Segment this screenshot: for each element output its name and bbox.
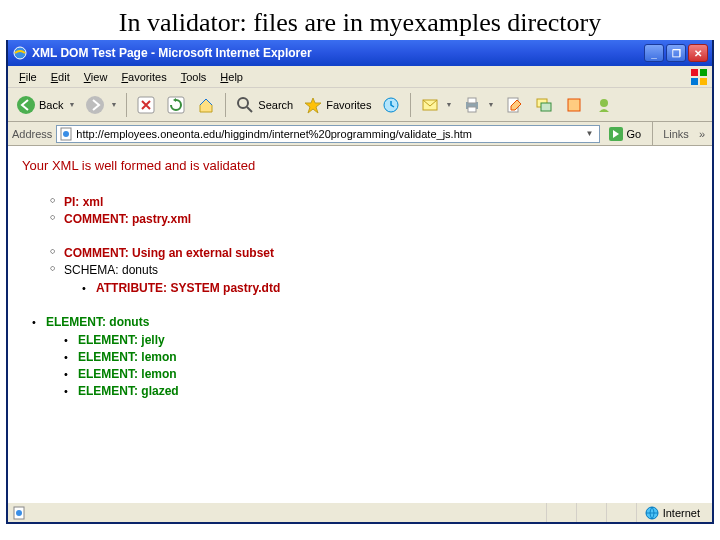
zone-label: Internet <box>663 507 700 519</box>
edit-button[interactable] <box>500 92 528 118</box>
messenger-button[interactable] <box>590 92 618 118</box>
list-item: PI: xml <box>50 195 698 209</box>
svg-rect-2 <box>700 69 707 76</box>
status-cell <box>606 503 636 522</box>
list-item: COMMENT: pastry.xml <box>50 212 698 226</box>
list-item: ELEMENT: lemon <box>64 350 698 364</box>
svg-rect-1 <box>691 69 698 76</box>
separator <box>410 93 411 117</box>
mail-button[interactable]: ▼ <box>416 92 456 118</box>
address-bar: Address ▼ Go Links » <box>8 122 712 146</box>
menu-tools[interactable]: Tools <box>174 69 214 85</box>
favorites-button[interactable]: Favorites <box>299 92 375 118</box>
search-label: Search <box>258 99 293 111</box>
security-zone: Internet <box>636 503 708 522</box>
windows-logo-icon <box>690 68 708 86</box>
list-item: ATTRIBUTE: SYSTEM pastry.dtd <box>82 281 698 295</box>
svg-point-20 <box>600 99 608 107</box>
svg-point-25 <box>16 510 22 516</box>
history-button[interactable] <box>377 92 405 118</box>
discuss-button[interactable] <box>530 92 558 118</box>
list-item: COMMENT: Using an external subset <box>50 246 698 260</box>
window-controls: _ ❐ ✕ <box>644 44 708 62</box>
minimize-button[interactable]: _ <box>644 44 664 62</box>
svg-point-9 <box>238 98 248 108</box>
stop-icon <box>136 95 156 115</box>
page-icon <box>59 127 73 141</box>
validation-heading: Your XML is well formed and is validated <box>22 158 698 173</box>
menubar: File Edit View Favorites Tools Help <box>8 66 712 88</box>
svg-rect-14 <box>468 98 476 103</box>
close-button[interactable]: ✕ <box>688 44 708 62</box>
links-chevron-icon[interactable]: » <box>696 128 708 140</box>
statusbar: Internet <box>8 502 712 522</box>
maximize-button[interactable]: ❐ <box>666 44 686 62</box>
go-button[interactable]: Go <box>604 126 646 142</box>
status-page-icon <box>12 506 26 520</box>
menu-edit[interactable]: Edit <box>44 69 77 85</box>
svg-point-22 <box>63 131 69 137</box>
print-icon <box>462 95 482 115</box>
separator <box>225 93 226 117</box>
home-icon <box>196 95 216 115</box>
svg-point-5 <box>17 96 35 114</box>
svg-rect-4 <box>700 78 707 85</box>
list-item: ELEMENT: lemon <box>64 367 698 381</box>
back-button[interactable]: Back ▼ <box>12 92 79 118</box>
status-cell <box>546 503 576 522</box>
svg-rect-19 <box>568 99 580 111</box>
print-button[interactable]: ▼ <box>458 92 498 118</box>
search-icon <box>235 95 255 115</box>
address-field[interactable]: ▼ <box>56 125 599 143</box>
menu-file[interactable]: File <box>12 69 44 85</box>
favorites-label: Favorites <box>326 99 371 111</box>
discuss-icon <box>534 95 554 115</box>
menu-view[interactable]: View <box>77 69 115 85</box>
svg-point-6 <box>86 96 104 114</box>
slide-title: In validator: files are in myexamples di… <box>0 0 720 40</box>
address-input[interactable] <box>76 128 582 140</box>
list-item: SCHEMA: donuts ATTRIBUTE: SYSTEM pastry.… <box>50 263 698 295</box>
forward-dropdown-icon[interactable]: ▼ <box>110 101 117 108</box>
forward-icon <box>85 95 105 115</box>
mail-icon <box>420 95 440 115</box>
back-icon <box>16 95 36 115</box>
refresh-button[interactable] <box>162 92 190 118</box>
stop-button[interactable] <box>132 92 160 118</box>
svg-line-10 <box>247 107 252 112</box>
edit-icon <box>504 95 524 115</box>
list-item: ELEMENT: donuts ELEMENT: jelly ELEMENT: … <box>32 315 698 398</box>
internet-icon <box>645 506 659 520</box>
go-icon <box>608 126 624 142</box>
forward-button[interactable]: ▼ <box>81 92 121 118</box>
address-dropdown-icon[interactable]: ▼ <box>583 129 597 138</box>
home-button[interactable] <box>192 92 220 118</box>
browser-window: XML DOM Test Page - Microsoft Internet E… <box>6 40 714 524</box>
page-content: Your XML is well formed and is validated… <box>8 146 712 502</box>
titlebar: XML DOM Test Page - Microsoft Internet E… <box>8 40 712 66</box>
svg-rect-18 <box>541 103 551 111</box>
back-label: Back <box>39 99 63 111</box>
window-title: XML DOM Test Page - Microsoft Internet E… <box>32 46 644 60</box>
back-dropdown-icon[interactable]: ▼ <box>68 101 75 108</box>
svg-rect-15 <box>468 107 476 112</box>
xml-tree: PI: xml COMMENT: pastry.xml COMMENT: Usi… <box>50 195 698 398</box>
search-button[interactable]: Search <box>231 92 297 118</box>
menu-help[interactable]: Help <box>213 69 250 85</box>
toolbar: Back ▼ ▼ Search Favorites ▼ ▼ <box>8 88 712 122</box>
go-label: Go <box>627 128 642 140</box>
status-cell <box>576 503 606 522</box>
list-item: ELEMENT: glazed <box>64 384 698 398</box>
address-label: Address <box>12 128 52 140</box>
history-icon <box>381 95 401 115</box>
refresh-icon <box>166 95 186 115</box>
svg-rect-3 <box>691 78 698 85</box>
research-button[interactable] <box>560 92 588 118</box>
links-label[interactable]: Links <box>660 128 692 140</box>
separator <box>126 93 127 117</box>
list-item: ELEMENT: jelly <box>64 333 698 347</box>
ie-icon <box>12 45 28 61</box>
book-icon <box>564 95 584 115</box>
separator <box>652 122 653 146</box>
menu-favorites[interactable]: Favorites <box>114 69 173 85</box>
